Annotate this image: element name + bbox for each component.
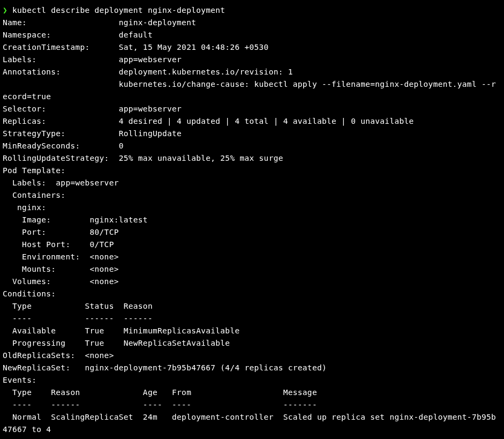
command-text: kubectl describe deployment nginx-deploy… bbox=[12, 6, 225, 14]
terminal-output: Name: nginx-deployment Namespace: defaul… bbox=[3, 18, 496, 434]
prompt-symbol: ❯ bbox=[3, 6, 7, 14]
